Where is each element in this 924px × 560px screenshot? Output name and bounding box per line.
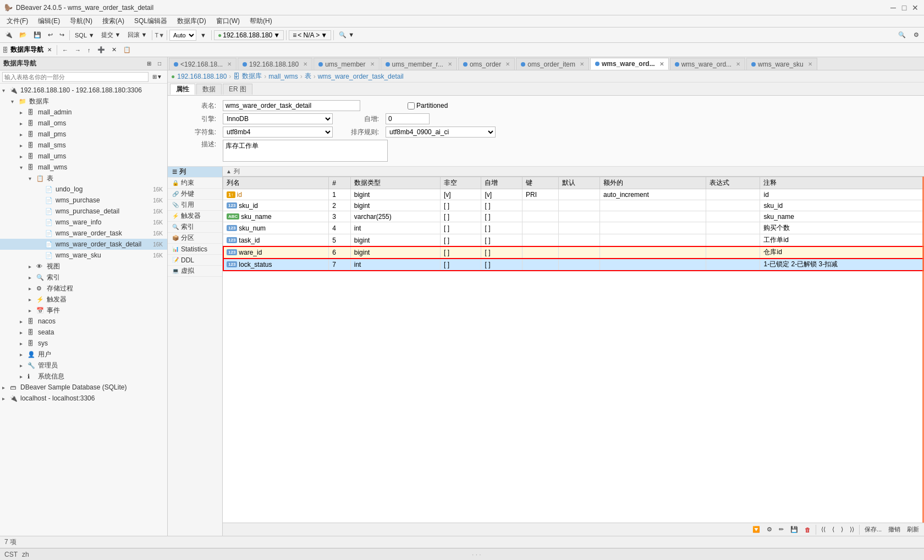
- menu-item-e[interactable]: 编辑(E): [34, 15, 64, 27]
- tree-item-localhost[interactable]: ▸🔌localhost - localhost:3306: [0, 393, 167, 404]
- tree-item-wms-ware-order-task[interactable]: 📄wms_ware_order_task16K: [0, 228, 167, 239]
- breadcrumb-table[interactable]: wms_ware_order_task_detail: [318, 73, 404, 80]
- tab-properties[interactable]: 属性: [170, 84, 195, 95]
- tab-0[interactable]: <192.168.18...✕: [169, 58, 237, 70]
- tree-item-----[interactable]: ▸⚙存储过程: [0, 283, 167, 294]
- tree-item---[interactable]: ▸👤用户: [0, 349, 167, 360]
- search-button[interactable]: 🔍 ▼: [336, 29, 357, 41]
- nav-copy-button[interactable]: 📋: [120, 44, 134, 56]
- tab-4[interactable]: oms_order✕: [458, 58, 515, 70]
- undo-button[interactable]: ↩: [45, 29, 56, 41]
- tree-item----[interactable]: ▾📁数据库: [0, 96, 167, 107]
- nav-remove-button[interactable]: ✕: [109, 44, 119, 56]
- sidebar-search-input[interactable]: [2, 72, 148, 82]
- left-panel-item-statistics[interactable]: 📊Statistics: [168, 244, 222, 255]
- transaction-mode-select[interactable]: Auto: [169, 30, 196, 41]
- new-connection-button[interactable]: 🔌: [2, 29, 15, 41]
- tree-item-dbeaver-sample-database--sqlite-[interactable]: ▸🗃DBeaver Sample Database (SQLite): [0, 382, 167, 393]
- partitioned-checkbox[interactable]: [408, 102, 415, 109]
- tree-item----[interactable]: ▸🔧管理员: [0, 360, 167, 371]
- table-name-input[interactable]: [223, 100, 360, 111]
- tab-6[interactable]: wms_ware_ord...✕: [590, 58, 669, 70]
- minimize-button[interactable]: ─: [889, 3, 898, 12]
- description-textarea[interactable]: 库存工作单: [223, 140, 388, 162]
- menu-item-f[interactable]: 文件(F): [2, 15, 32, 27]
- menu-item-d[interactable]: 数据库(D): [173, 15, 211, 27]
- edit-button[interactable]: ✏: [776, 524, 787, 535]
- tree-item-wms-purchase-detail[interactable]: 📄wms_purchase_detail16K: [0, 206, 167, 217]
- tree-item-mall-ums[interactable]: ▸🗄mall_ums: [0, 151, 167, 162]
- move-last-button[interactable]: ⟩⟩: [847, 524, 857, 535]
- tree-item-nacos[interactable]: ▸🗄nacos: [0, 316, 167, 327]
- save-button[interactable]: 💾: [31, 29, 44, 41]
- filter-button[interactable]: 🔽: [750, 524, 763, 535]
- menu-item-a[interactable]: 搜索(A): [98, 15, 129, 27]
- tab-close-2[interactable]: ✕: [370, 61, 375, 67]
- table-row-0[interactable]: 1↑id1bigint[v][v]PRIauto_incrementid: [223, 189, 924, 200]
- left-panel-item--[interactable]: ☰列: [168, 167, 222, 178]
- tab-3[interactable]: ums_member_r...✕: [381, 58, 457, 70]
- menu-item-sql[interactable]: SQL编辑器: [130, 15, 172, 27]
- nav-back-button[interactable]: ←: [59, 44, 71, 56]
- columns-collapse-arrow[interactable]: ▲: [226, 168, 232, 174]
- left-panel-item----[interactable]: ⚡触发器: [168, 211, 222, 222]
- left-panel-item-ddl[interactable]: 📝DDL: [168, 255, 222, 266]
- tab-2[interactable]: ums_member✕: [314, 58, 379, 70]
- tab-close-7[interactable]: ✕: [736, 61, 740, 67]
- tree-item-sys[interactable]: ▸🗄sys: [0, 338, 167, 349]
- tab-close-5[interactable]: ✕: [580, 61, 584, 67]
- tab-close-1[interactable]: ✕: [303, 61, 307, 67]
- delete-row-button[interactable]: 🗑: [802, 524, 813, 535]
- nav-close-button[interactable]: ✕: [45, 44, 54, 56]
- left-panel-item---[interactable]: 🔗外键: [168, 189, 222, 200]
- tree-item-mall-wms[interactable]: ▾🗄mall_wms: [0, 162, 167, 173]
- tab-8[interactable]: wms_ware_sku✕: [746, 58, 817, 70]
- tab-close-8[interactable]: ✕: [808, 61, 812, 67]
- commit-button[interactable]: 提交 ▼: [98, 29, 124, 41]
- tab-5[interactable]: oms_order_item✕: [516, 58, 589, 70]
- tree-item-wms-ware-info[interactable]: 📄wms_ware_info16K: [0, 217, 167, 228]
- nav-forward-button[interactable]: →: [72, 44, 84, 56]
- tree-item-wms-purchase[interactable]: 📄wms_purchase16K: [0, 195, 167, 206]
- tree-item-----[interactable]: ▸ℹ系统信息: [0, 371, 167, 382]
- tree-item-undo-log[interactable]: 📄undo_log16K: [0, 184, 167, 195]
- tab-close-3[interactable]: ✕: [448, 61, 452, 67]
- tree-item----[interactable]: ▸⚡触发器: [0, 294, 167, 305]
- nav-up-button[interactable]: ↑: [85, 44, 94, 56]
- add-row-button[interactable]: 💾: [788, 524, 801, 535]
- tree-item---[interactable]: ▸👁视图: [0, 261, 167, 272]
- tab-7[interactable]: wms_ware_ord...✕: [670, 58, 745, 70]
- connection-badge[interactable]: ● 192.168.188.180 ▼: [214, 30, 284, 40]
- menu-item-n[interactable]: 导航(N): [65, 15, 97, 27]
- cancel-changes-button[interactable]: 撤销: [886, 524, 903, 535]
- table-row-2[interactable]: ABCsku_name3varchar(255)[ ][ ]sku_name: [223, 211, 924, 222]
- tree-item-192-168-188-180[interactable]: ▾🔌192.168.188.180 - 192.168.188.180:3306: [0, 85, 167, 96]
- move-down-button[interactable]: ⟩: [838, 524, 846, 535]
- breadcrumb-tables[interactable]: 表: [305, 72, 311, 81]
- table-row-1[interactable]: 123sku_id2bigint[ ][ ]sku_id: [223, 200, 924, 211]
- tree-item-mall-oms[interactable]: ▸🗄mall_oms: [0, 118, 167, 129]
- table-row-3[interactable]: 123sku_num4int[ ][ ]购买个数: [223, 222, 924, 234]
- tree-item-seata[interactable]: ▸🗄seata: [0, 327, 167, 338]
- rollback-button[interactable]: 回滚 ▼: [125, 29, 150, 41]
- charset-select[interactable]: utf8mb4: [223, 127, 333, 138]
- sidebar-collapse-button[interactable]: □: [155, 58, 164, 70]
- sidebar-filter-button[interactable]: ⊞: [144, 58, 154, 70]
- tab-er[interactable]: ER 图: [223, 84, 252, 95]
- save-changes-button[interactable]: 保存...: [862, 524, 884, 535]
- col-settings-button[interactable]: ⚙: [764, 524, 775, 535]
- tab-close-6[interactable]: ✕: [659, 61, 664, 67]
- tree-item---[interactable]: ▸📅事件: [0, 305, 167, 316]
- tree-item-wms-ware-order-task-detail[interactable]: 📄wms_ware_order_task_detail16K: [0, 239, 167, 250]
- table-row-6[interactable]: 123lock_status7int[ ][ ]1-已锁定 2-已解锁 3-扣减: [223, 259, 924, 271]
- open-script-button[interactable]: 📂: [16, 29, 30, 41]
- tree-item-mall-pms[interactable]: ▸🗄mall_pms: [0, 129, 167, 140]
- tree-item---[interactable]: ▸🔍索引: [0, 272, 167, 283]
- left-panel-item---[interactable]: 🔒约束: [168, 178, 222, 189]
- breadcrumb-database[interactable]: 数据库: [242, 72, 262, 81]
- nav-add-button[interactable]: ➕: [95, 44, 108, 56]
- sidebar-search-filter-button[interactable]: ⊞▼: [150, 71, 165, 83]
- tree-item-wms-ware-sku[interactable]: 📄wms_ware_sku16K: [0, 250, 167, 261]
- sql-button[interactable]: SQL ▼: [72, 29, 97, 41]
- top-search-button[interactable]: 🔍: [895, 29, 909, 41]
